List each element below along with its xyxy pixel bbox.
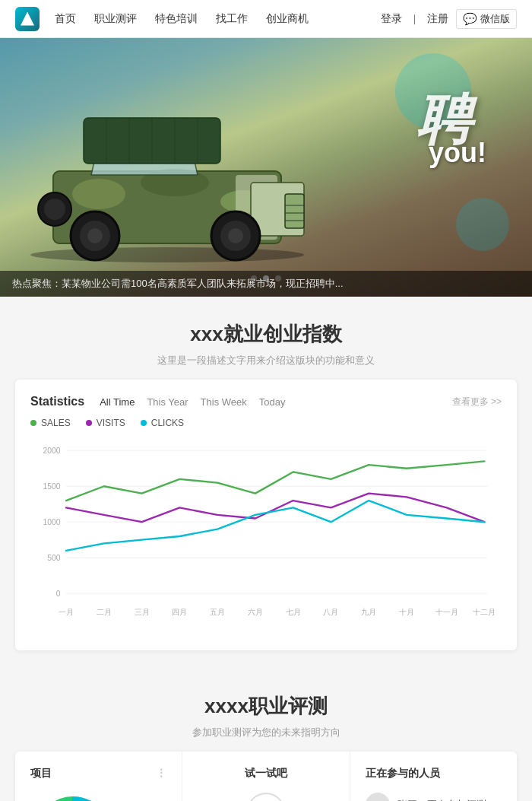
- hero-deco-circle2: [456, 198, 509, 251]
- legend-visits: VISITS: [86, 418, 125, 428]
- pie-chart-svg: [30, 793, 114, 801]
- participants-col-title: 正在参与的人员: [366, 767, 502, 780]
- svg-text:六月: 六月: [248, 608, 263, 616]
- chart-tab-thisyear[interactable]: This Year: [147, 396, 188, 408]
- participant-list: 张三，正在参与评测 张三，正在参与评测 张三，正在参与评测: [366, 793, 502, 801]
- svg-text:一月: 一月: [59, 608, 74, 616]
- section1-subtitle: 这里是一段描述文字用来介绍这版块的功能和意义: [15, 354, 517, 367]
- svg-text:十月: 十月: [399, 608, 414, 616]
- nav-login[interactable]: 登录: [381, 12, 402, 26]
- section2-subtitle: 参加职业测评为您的未来指明方向: [15, 726, 517, 739]
- svg-point-0: [30, 247, 304, 262]
- nav-jobs[interactable]: 找工作: [216, 12, 248, 26]
- svg-text:0: 0: [56, 590, 61, 598]
- chart-tab-alltime[interactable]: All Time: [100, 396, 135, 408]
- svg-text:十二月: 十二月: [473, 608, 496, 616]
- project-menu-icon[interactable]: ⋮: [156, 767, 166, 779]
- svg-text:九月: 九月: [361, 608, 376, 616]
- section1-header: xxx就业创业指数 这里是一段描述文字用来介绍这版块的功能和意义: [0, 297, 532, 380]
- legend-visits-dot: [86, 420, 92, 426]
- legend-clicks-label: CLICKS: [151, 418, 184, 428]
- svg-text:七月: 七月: [286, 608, 301, 616]
- try-col: 试一试吧 ☺ 已有30002人评测过 开始测评: [182, 752, 350, 801]
- legend-clicks-dot: [141, 420, 147, 426]
- nav-assessment[interactable]: 职业测评: [94, 12, 137, 26]
- section1-title: xxx就业创业指数: [15, 321, 517, 348]
- pie-container: 41.6% 25.9% 32.5%: [30, 793, 166, 801]
- svg-text:2000: 2000: [43, 447, 60, 455]
- chart-legend: SALES VISITS CLICKS: [30, 418, 502, 428]
- project-col: 项目 ⋮: [15, 752, 182, 801]
- svg-text:十一月: 十一月: [435, 608, 458, 616]
- hero-jeep-svg: [8, 95, 327, 262]
- assessment-card: 项目 ⋮: [15, 752, 517, 801]
- legend-sales-dot: [30, 420, 36, 426]
- legend-sales-label: SALES: [41, 418, 71, 428]
- try-col-title: 试一试吧: [198, 767, 334, 780]
- svg-point-20: [87, 228, 103, 243]
- section2-bg: xxxx职业评测 参加职业测评为您的未来指明方向 项目 ⋮: [0, 669, 532, 801]
- participant-avatar-1: [366, 793, 390, 801]
- hero-ticker: 热点聚焦：某某物业公司需100名高素质军人团队来拓展市场，现正招聘中...: [0, 271, 532, 297]
- participant-name-1: 张三，正在参与评测: [397, 798, 486, 801]
- chart-header: Statistics All Time This Year This Week …: [30, 395, 502, 408]
- svg-text:八月: 八月: [323, 608, 338, 616]
- navbar: 首页 职业测评 特色培训 找工作 创业商机 登录 ｜ 注册 💬 微信版: [0, 0, 532, 38]
- svg-text:500: 500: [47, 554, 60, 562]
- svg-text:五月: 五月: [210, 608, 225, 616]
- nav-wechat-btn[interactable]: 💬 微信版: [456, 9, 517, 29]
- chart-card: Statistics All Time This Year This Week …: [15, 380, 517, 650]
- wechat-icon: 💬: [463, 12, 477, 26]
- statistics-chart: 2000 1500 1000 500 0 一月 二月 三月 四月 五月 六月 七…: [30, 437, 502, 635]
- chart-area: 2000 1500 1000 500 0 一月 二月 三月 四月 五月 六月 七…: [30, 437, 502, 635]
- svg-text:1500: 1500: [43, 482, 60, 491]
- svg-point-2: [72, 179, 125, 209]
- chart-title: Statistics: [30, 395, 84, 408]
- svg-point-23: [228, 228, 243, 243]
- chart-tabs: All Time This Year This Week Today: [100, 396, 285, 408]
- svg-text:三月: 三月: [135, 608, 150, 616]
- nav-home[interactable]: 首页: [55, 12, 76, 26]
- logo[interactable]: [15, 7, 40, 31]
- section2-title: xxxx职业评测: [15, 693, 517, 720]
- participant-item-1: 张三，正在参与评测: [366, 793, 502, 801]
- legend-visits-label: VISITS: [97, 418, 125, 428]
- hero-banner: 聘 you! 热点聚焦：某某物业公司需100名高素质军人团队来拓展市场，现正招聘…: [0, 38, 532, 297]
- section2-header: xxxx职业评测 参加职业测评为您的未来指明方向: [0, 669, 532, 752]
- svg-point-25: [44, 199, 65, 220]
- nav-links: 首页 职业测评 特色培训 找工作 创业商机: [55, 12, 381, 26]
- legend-sales: SALES: [30, 418, 71, 428]
- nav-register[interactable]: 注册: [427, 12, 448, 26]
- legend-clicks: CLICKS: [141, 418, 184, 428]
- svg-text:二月: 二月: [97, 608, 112, 616]
- nav-training[interactable]: 特色培训: [155, 12, 198, 26]
- chart-more-link[interactable]: 查看更多 >>: [452, 396, 502, 408]
- chart-tab-today[interactable]: Today: [259, 396, 286, 408]
- logo-icon: [21, 12, 34, 26]
- svg-text:1000: 1000: [43, 518, 60, 526]
- hero-sub-text: you!: [429, 137, 486, 169]
- chart-tab-thisweek[interactable]: This Week: [201, 396, 247, 408]
- project-col-title: 项目 ⋮: [30, 767, 166, 780]
- nav-right: 登录 ｜ 注册 💬 微信版: [381, 9, 517, 29]
- svg-rect-7: [285, 194, 304, 228]
- participants-col: 正在参与的人员 张三，正在参与评测 张三，正在参与评测 张三，正在参与评测: [350, 752, 517, 801]
- svg-text:四月: 四月: [172, 608, 187, 616]
- smiley-icon: ☺: [247, 793, 285, 801]
- nav-business[interactable]: 创业商机: [266, 12, 309, 26]
